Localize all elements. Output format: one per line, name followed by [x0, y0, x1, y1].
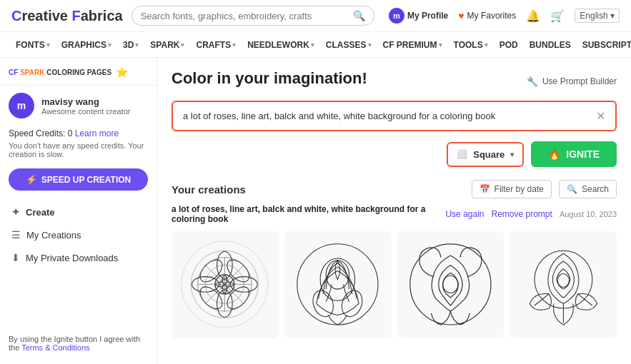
create-label: Create [26, 207, 54, 218]
creation-prompt-row: a lot of roses, line art, balck and whit… [172, 204, 617, 224]
shape-selector[interactable]: ⬜ Square ▾ [447, 142, 524, 167]
sidebar-profile: m mavisy wang Awesome content creator [0, 86, 156, 126]
image-1 [177, 236, 273, 333]
svg-point-20 [443, 276, 459, 293]
creation-date: August 10, 2023 [560, 210, 617, 218]
top-navigation: Creative Fabrica 🔍 m My Profile ♥ My Fav… [0, 0, 631, 32]
sidebar-nav: ✦ Create ☰ My Creations ⬇ My Private Dow… [0, 195, 156, 275]
language-selector[interactable]: English ▾ [575, 9, 620, 23]
speed-credits: Speed Credits: 0 Learn more [0, 126, 156, 141]
profile-link[interactable]: m My Profile [389, 8, 448, 24]
prompt-builder-link[interactable]: 🔧 Use Prompt Builder [527, 76, 617, 87]
creations-actions: 📅 Filter by date 🔍 Search [472, 180, 617, 198]
page-title: Color in your imagination! [172, 69, 367, 88]
nav-item-graphics[interactable]: GRAPHICS ▾ [57, 32, 116, 58]
sidebar: CF SPARK COLORING PAGES ⭐ m mavisy wang … [0, 58, 157, 364]
chevron-icon: ▾ [135, 41, 139, 49]
role: Awesome content creator [41, 107, 131, 116]
filter-by-date-button[interactable]: 📅 Filter by date [472, 180, 552, 198]
chevron-icon: ▾ [439, 41, 442, 49]
creations-label: My Creations [26, 230, 81, 241]
speed-up-button[interactable]: ⚡ SPEED UP CREATION [9, 168, 148, 191]
nav-item-tools[interactable]: TOOLS ▾ [449, 32, 492, 58]
search-icon[interactable]: 🔍 [353, 10, 365, 21]
nav-item-fonts[interactable]: FONTS ▾ [11, 32, 54, 58]
image-3 [402, 236, 499, 333]
search-bar[interactable]: 🔍 [131, 6, 374, 26]
your-creations-title: Your creations [172, 183, 246, 196]
prompt-area[interactable]: ✕ [172, 101, 617, 131]
nav-right: m My Profile ♥ My Favorites 🔔 🛒 English … [389, 8, 620, 24]
coloring-label: COLORING PAGES [46, 69, 111, 76]
chevron-icon: ▾ [181, 41, 184, 49]
nav-item-bundles[interactable]: BUNDLES [525, 32, 575, 58]
search-icon: 🔍 [567, 184, 577, 194]
cf-label: CF [9, 69, 18, 76]
avatar: m [9, 93, 34, 118]
star-icon: ⭐ [116, 66, 128, 78]
image-card-1[interactable] [172, 231, 279, 338]
slow-note: You don't have any speed credits. Your c… [0, 141, 156, 164]
remove-prompt-link[interactable]: Remove prompt [492, 209, 552, 219]
ignite-label: IGNITE [566, 148, 600, 160]
creation-prompt-text: a lot of roses, line art, balck and whit… [172, 204, 438, 224]
chevron-icon: ▾ [311, 41, 314, 49]
terms-text: By using the Ignite button I agree with … [0, 329, 156, 358]
nav-item-spark[interactable]: SPARK ▾ [146, 32, 189, 58]
svg-point-22 [557, 274, 569, 288]
search-input[interactable] [141, 11, 353, 21]
speed-up-label: SPEED UP CREATION [41, 175, 131, 185]
use-again-link[interactable]: Use again [445, 209, 484, 219]
nav-item-3d[interactable]: 3D ▾ [119, 32, 143, 58]
nav-item-subscription[interactable]: SUBSCRIPTION [578, 32, 631, 58]
chevron-icon: ▾ [485, 41, 488, 49]
chevron-icon: ▾ [232, 41, 236, 49]
content-area: Color in your imagination! 🔧 Use Prompt … [157, 58, 631, 364]
logo[interactable]: Creative Fabrica [11, 8, 123, 24]
heart-icon: ♥ [458, 10, 464, 21]
creations-header: Your creations 📅 Filter by date 🔍 Search [172, 180, 617, 198]
shape-label: Square [473, 149, 505, 160]
image-grid [172, 231, 617, 338]
clear-icon[interactable]: ✕ [596, 109, 605, 123]
bell-icon[interactable]: 🔔 [526, 9, 540, 23]
shape-icon: ⬜ [457, 149, 467, 159]
nav-item-classes[interactable]: CLASSES ▾ [322, 32, 376, 58]
image-2 [289, 236, 386, 333]
spark-label: SPARK [20, 69, 46, 76]
cart-icon[interactable]: 🛒 [550, 9, 565, 23]
downloads-icon: ⬇ [11, 252, 20, 263]
favorites-link[interactable]: ♥ My Favorites [458, 10, 516, 21]
ignite-button[interactable]: 🔥 IGNITE [531, 141, 617, 167]
create-icon: ✦ [11, 206, 20, 218]
nav-item-needlework[interactable]: NEEDLEWORK ▾ [243, 32, 319, 58]
svg-point-21 [535, 251, 592, 309]
prompt-input[interactable] [183, 111, 596, 121]
nav-item-pod[interactable]: POD [495, 32, 522, 58]
wrench-icon: 🔧 [527, 76, 538, 87]
terms-link[interactable]: Terms & Conditions [21, 343, 89, 352]
image-card-4[interactable] [510, 231, 617, 338]
chevron-icon: ▾ [46, 41, 50, 49]
favorites-label: My Favorites [467, 11, 517, 21]
creations-icon: ☰ [11, 229, 21, 241]
spark-badge: CF SPARK COLORING PAGES [9, 69, 111, 76]
sidebar-item-my-creations[interactable]: ☰ My Creations [0, 223, 156, 246]
avatar-small: m [389, 8, 404, 24]
bolt-icon: ⚡ [26, 174, 37, 185]
sidebar-item-private-downloads[interactable]: ⬇ My Private Downloads [0, 246, 156, 269]
flame-icon: 🔥 [548, 148, 560, 160]
image-card-2[interactable] [284, 231, 392, 338]
calendar-icon: 📅 [480, 184, 490, 194]
second-navigation: FONTS ▾ GRAPHICS ▾ 3D ▾ SPARK ▾ CRAFTS ▾… [0, 32, 631, 58]
learn-more-link[interactable]: Learn more [75, 128, 119, 138]
nav-item-crafts[interactable]: CRAFTS ▾ [192, 32, 240, 58]
image-card-3[interactable] [397, 231, 505, 338]
search-creations-button[interactable]: 🔍 Search [559, 180, 617, 198]
sidebar-item-create[interactable]: ✦ Create [0, 201, 156, 223]
chevron-icon: ▾ [510, 151, 514, 158]
nav-item-cfpremium[interactable]: CF PREMIUM ▾ [379, 32, 447, 58]
svg-point-14 [297, 244, 378, 325]
content-header-row: Color in your imagination! 🔧 Use Prompt … [172, 69, 617, 98]
controls-row: ⬜ Square ▾ 🔥 IGNITE [172, 141, 617, 167]
